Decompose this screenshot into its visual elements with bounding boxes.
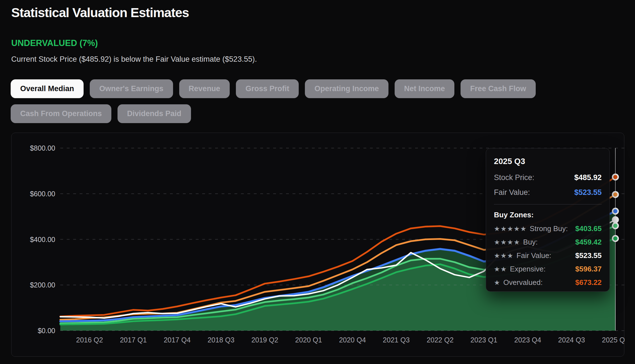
x-axis-tick-label: 2024 Q3 [558, 336, 585, 344]
zone-value: $596.37 [575, 265, 602, 273]
zone-label: Overvalued: [503, 278, 543, 287]
x-axis-tick-label: 2018 Q3 [208, 336, 234, 344]
x-axis-tick-label: 2020 Q4 [339, 336, 366, 344]
tooltip-row-value: $485.92 [574, 173, 602, 182]
x-axis-tick-label: 2023 Q1 [470, 336, 497, 344]
endpoint-dot-stock-price [613, 217, 618, 223]
tooltip-row-value: $523.55 [574, 188, 602, 197]
tab-dividends-paid[interactable]: Dividends Paid [118, 104, 191, 123]
tab-revenue[interactable]: Revenue [179, 79, 230, 98]
buy-zones-list: ★★★★★Strong Buy:$403.65★★★★Buy:$459.42★★… [494, 224, 602, 287]
tab-overall-median[interactable]: Overall Median [11, 79, 84, 98]
buy-zone-row: ★Overvalued:$673.22 [494, 278, 602, 287]
tab-owner-s-earnings[interactable]: Owner's Earnings [90, 79, 173, 98]
metric-tabs: Overall MedianOwner's EarningsRevenueGro… [11, 79, 625, 123]
zone-value: $523.55 [575, 251, 602, 260]
tooltip-row-label: Fair Value: [494, 188, 530, 197]
chart-tooltip: 2025 Q3 Stock Price:$485.92Fair Value:$5… [486, 148, 610, 292]
buy-zone-row: ★★★★Buy:$459.42 [494, 238, 602, 246]
endpoint-dot-strong-buy [613, 236, 618, 241]
zone-value: $403.65 [575, 224, 602, 233]
zone-label: Buy: [523, 238, 538, 246]
star-rating-icon: ★★★★★ [494, 225, 527, 233]
zone-label: Expensive: [510, 265, 546, 273]
x-axis-tick-label: 2020 Q1 [295, 336, 322, 344]
tooltip-divider [494, 204, 602, 204]
y-axis-tick-label: $600.00 [30, 190, 55, 198]
tab-cash-from-operations[interactable]: Cash From Operations [11, 104, 111, 123]
y-axis-tick-label: $0.00 [38, 327, 55, 335]
y-axis-tick-label: $200.00 [30, 281, 55, 289]
zone-label: Fair Value: [517, 251, 551, 260]
star-rating-icon: ★★★ [494, 252, 514, 260]
buy-zone-row: ★★Expensive:$596.37 [494, 265, 602, 273]
tab-free-cash-flow[interactable]: Free Cash Flow [461, 79, 536, 98]
tab-operating-income[interactable]: Operating Income [305, 79, 388, 98]
tab-net-income[interactable]: Net Income [395, 79, 455, 98]
star-rating-icon: ★★ [494, 265, 507, 273]
y-axis-tick-label: $400.00 [30, 236, 55, 243]
buy-zone-row: ★★★Fair Value:$523.55 [494, 251, 602, 260]
x-axis-tick-label: 2017 Q4 [164, 336, 191, 344]
tooltip-row-label: Stock Price: [494, 173, 534, 182]
endpoint-dot-fair-value [613, 208, 618, 214]
zone-value: $459.42 [575, 238, 602, 246]
page: Statistical Valuation Estimates UNDERVAL… [0, 0, 635, 364]
zone-label: Strong Buy: [530, 224, 568, 233]
y-axis-tick-label: $800.00 [30, 144, 55, 152]
tooltip-rows: Stock Price:$485.92Fair Value:$523.55 [494, 173, 602, 197]
x-axis-tick-label: 2025 Q3 [602, 336, 625, 344]
x-axis-tick-label: 2022 Q2 [427, 336, 454, 344]
x-axis-tick-label: 2016 Q2 [76, 336, 103, 344]
buy-zone-row: ★★★★★Strong Buy:$403.65 [494, 224, 602, 233]
endpoint-dot-overvalued [613, 174, 618, 180]
zone-value: $673.22 [575, 278, 602, 287]
page-title: Statistical Valuation Estimates [11, 5, 189, 20]
tooltip-row: Stock Price:$485.92 [494, 173, 602, 182]
buy-zones-heading: Buy Zones: [494, 211, 602, 219]
star-rating-icon: ★ [494, 279, 501, 287]
tooltip-title: 2025 Q3 [494, 157, 602, 166]
tab-gross-profit[interactable]: Gross Profit [236, 79, 299, 98]
endpoint-dot-expensive [613, 192, 618, 197]
x-axis-tick-label: 2019 Q2 [251, 336, 278, 344]
valuation-description: Current Stock Price ($485.92) is below t… [11, 55, 257, 64]
endpoint-dot-buy [613, 223, 618, 229]
tooltip-row: Fair Value:$523.55 [494, 188, 602, 197]
x-axis-tick-label: 2021 Q3 [383, 336, 410, 344]
x-axis-tick-label: 2017 Q1 [120, 336, 147, 344]
x-axis-tick-label: 2023 Q4 [514, 336, 541, 344]
star-rating-icon: ★★★★ [494, 238, 520, 246]
valuation-status: UNDERVALUED (7%) [11, 38, 98, 48]
